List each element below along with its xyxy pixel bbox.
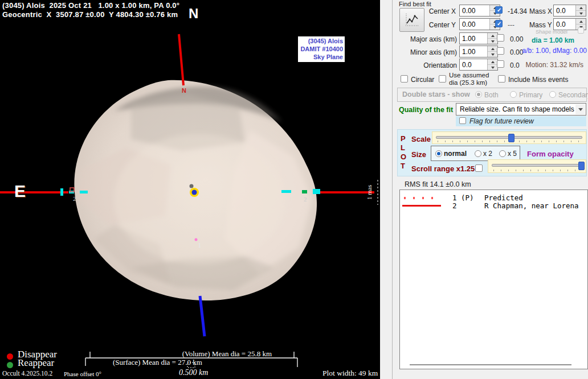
info-box-skyplane: Sky Plane: [299, 53, 343, 61]
size-x2-label: x 2: [483, 150, 492, 158]
minor-axis-fit-checkbox[interactable]: [497, 47, 504, 55]
scroll-range-checkbox[interactable]: [475, 164, 483, 172]
quality-value: Reliable size. Can fit to shape models: [460, 105, 574, 113]
shape-model-label: Shape model: [536, 28, 567, 35]
motion-text: Motion: 31.32 km/s: [526, 61, 583, 69]
orientation-spinner[interactable]: 0.0: [459, 59, 498, 71]
find-best-fit-button[interactable]: [399, 8, 424, 32]
observations-listbox[interactable]: 1 (P) Predicted 2 R Chapman, near Lorena: [399, 190, 588, 369]
km-scale-label: 0.500 km: [179, 368, 208, 377]
sky-plane-canvas[interactable]: N 2 2 1 1 mas: [0, 0, 380, 379]
minor-axis-fit-value: 0.00: [510, 48, 523, 56]
orientation-label: Orientation: [407, 61, 457, 69]
splitter[interactable]: [392, 0, 393, 379]
flag-review-label: Flag for future review: [469, 117, 534, 125]
quality-label: Quality of the fit: [399, 106, 453, 114]
chevron-down-icon[interactable]: [575, 104, 585, 114]
disappear-dot-icon: [7, 353, 13, 360]
scale-slider[interactable]: [432, 131, 586, 144]
mass-x-stepper[interactable]: [575, 5, 586, 16]
mass-x-spinner[interactable]: 0.0: [553, 5, 586, 17]
center-marker-dot: [192, 190, 197, 195]
plot-section-title: P L O T: [401, 134, 406, 171]
center-x-fit-checkbox[interactable]: [495, 6, 503, 14]
size-label: Size: [411, 150, 426, 159]
info-box: (3045) Alois DAMIT #10400 Sky Plane: [298, 36, 345, 62]
minor-axis-label: Minor axis (km): [407, 48, 457, 56]
double-secondary-radio: [549, 91, 556, 98]
minor-axis-stepper[interactable]: [487, 46, 497, 57]
form-opacity-thumb[interactable]: [578, 162, 585, 170]
size-x2-radio[interactable]: [475, 150, 481, 157]
chord-line-sample: [402, 205, 441, 207]
minor-axis-spinner[interactable]: 1.00: [459, 46, 498, 57]
include-miss-label: Include Miss events: [508, 76, 568, 84]
chord-dash-left2: [80, 191, 88, 193]
size-x5-label: x 5: [508, 150, 517, 158]
center-x-spinner[interactable]: 0.00: [459, 5, 500, 17]
scroll-range-label: Scroll range x1.25: [411, 164, 475, 173]
double-both-radio: [475, 91, 482, 98]
mass-x-label: Mass X: [529, 7, 552, 15]
double-primary-label: Primary: [519, 91, 542, 99]
double-secondary-label: Secondary: [558, 91, 588, 99]
north-label: N: [189, 6, 199, 22]
info-box-object: (3045) Alois: [299, 37, 343, 45]
horizontal-scrollbar[interactable]: [410, 364, 571, 365]
major-axis-stepper[interactable]: [487, 33, 497, 44]
chord-tick-right: [313, 189, 320, 194]
reappear-tick: [302, 190, 307, 193]
center-x-label: Center X: [422, 7, 456, 15]
form-opacity-ticks: [493, 170, 581, 171]
mass-x-input[interactable]: 0.0: [554, 5, 575, 16]
major-axis-label: Major axis (km): [407, 35, 457, 43]
center-x-input[interactable]: 0.00: [460, 5, 489, 16]
flag-review-checkbox[interactable]: [459, 117, 466, 124]
title-line-1: (3045) Alois 2025 Oct 21 1.00 x 1.00 km,…: [2, 1, 179, 10]
find-best-fit-label: Find best fit: [399, 1, 431, 7]
use-assumed-label: Use assumed dia (25.3 km): [449, 72, 489, 86]
observation-row-id[interactable]: 2: [452, 201, 457, 210]
chord-2-right-label: 2: [304, 196, 307, 203]
quality-dropdown[interactable]: Reliable size. Can fit to shape models: [456, 103, 586, 116]
rms-fit-text: RMS fit 14.1 ±0.0 km: [405, 180, 471, 188]
orientation-stepper[interactable]: [487, 59, 497, 70]
center-y-fit-checkbox[interactable]: [495, 20, 503, 27]
size-radio-group: normal x 2 x 5: [431, 146, 520, 161]
scale-slider-thumb[interactable]: [508, 134, 514, 142]
use-assumed-checkbox[interactable]: [439, 75, 446, 83]
title-line-2: Geocentric X 3507.87 ±0.00 Y 4804.30 ±0.…: [2, 10, 178, 19]
orientation-input[interactable]: 0.0: [460, 59, 487, 70]
size-normal-radio[interactable]: [435, 150, 442, 157]
observation-row-id[interactable]: 1 (P): [452, 193, 474, 202]
ab-dmag-text: a/b: 1.00, dMag: 0.00: [522, 47, 587, 55]
major-axis-fit-value: 0.00: [510, 35, 523, 43]
circular-label: Circular: [411, 76, 434, 84]
size-x5-radio[interactable]: [499, 150, 506, 157]
observation-row-name[interactable]: Predicted: [484, 193, 523, 202]
mass-y-label: Mass Y: [529, 21, 552, 29]
chord-tick-left: [60, 188, 63, 196]
occult-window: N 2 2 1 1 mas: [0, 0, 588, 379]
center-y-input[interactable]: 0.00: [460, 19, 489, 30]
double-primary-radio: [510, 91, 517, 98]
double-both-label: Both: [484, 91, 499, 99]
form-opacity-slider[interactable]: [488, 159, 586, 173]
phase-offset: Phase offset 0°: [64, 370, 101, 377]
north-axis-tag-label: N: [182, 87, 186, 94]
observation-row-name[interactable]: R Chapman, near Lorena: [484, 201, 579, 210]
major-axis-input[interactable]: 1.00: [460, 33, 487, 44]
circular-checkbox[interactable]: [401, 75, 408, 83]
form-opacity-track[interactable]: [492, 164, 582, 167]
chord-2-left-label: 2: [73, 195, 76, 202]
major-axis-spinner[interactable]: 1.00: [459, 32, 498, 44]
include-miss-checkbox[interactable]: [498, 75, 505, 83]
scale-label: Scale: [411, 135, 431, 143]
volume-dia-label: (Volume) Mean dia = 25.8 km: [182, 349, 272, 358]
north-axis-line: [179, 34, 183, 85]
orientation-fit-checkbox[interactable]: [497, 60, 504, 68]
major-axis-fit-checkbox[interactable]: [497, 34, 504, 42]
south-axis-line: [200, 296, 205, 336]
minor-axis-input[interactable]: 1.00: [460, 46, 487, 57]
center-y-spinner[interactable]: 0.00: [459, 18, 500, 30]
